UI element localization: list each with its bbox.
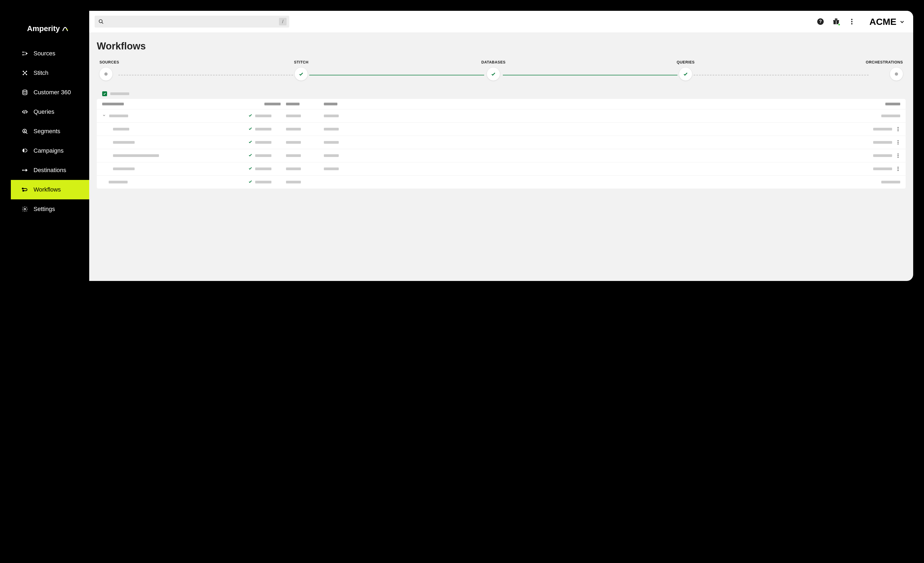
- sidebar-item-customer360[interactable]: Customer 360: [11, 83, 89, 102]
- destinations-icon: [21, 166, 28, 174]
- pipeline-connector: [694, 75, 868, 75]
- search-field[interactable]: /: [94, 16, 289, 28]
- sources-icon: [21, 50, 28, 57]
- gear-icon: [21, 205, 28, 213]
- cell-placeholder: [873, 141, 892, 144]
- svg-point-26: [897, 140, 898, 141]
- sidebar-item-workflows[interactable]: Workflows: [11, 180, 89, 199]
- cell-placeholder: [286, 128, 301, 130]
- svg-point-32: [897, 167, 898, 168]
- content-area: Workflows SOURCES STITCH DATABASES: [89, 32, 913, 197]
- table-row[interactable]: [97, 149, 906, 162]
- sidebar-item-label: Workflows: [33, 186, 61, 193]
- row-more-menu-icon[interactable]: [896, 127, 900, 131]
- pipeline-steps: SOURCES STITCH DATABASES: [99, 60, 903, 81]
- row-more-menu-icon[interactable]: [896, 167, 900, 171]
- pipeline-step-queries[interactable]: QUERIES: [675, 60, 696, 81]
- sidebar: Amperity Sources Stitch: [11, 11, 89, 281]
- header-cell-placeholder: [324, 103, 338, 105]
- chevron-down-icon[interactable]: [102, 114, 106, 118]
- sidebar-item-campaigns[interactable]: Campaigns: [11, 141, 89, 160]
- pipeline-step-stitch[interactable]: STITCH: [290, 60, 312, 81]
- svg-point-28: [897, 144, 898, 145]
- sidebar-item-segments[interactable]: Segments: [11, 121, 89, 141]
- cell-placeholder: [324, 128, 339, 130]
- sidebar-item-label: Campaigns: [33, 147, 63, 154]
- cell-placeholder: [881, 115, 900, 117]
- step-status-done-icon: [487, 67, 500, 81]
- svg-point-2: [22, 54, 24, 55]
- sidebar-item-queries[interactable]: Queries: [11, 102, 89, 121]
- sidebar-item-settings[interactable]: Settings: [11, 199, 89, 219]
- step-label: STITCH: [294, 60, 309, 64]
- svg-rect-19: [836, 20, 836, 24]
- step-label: SOURCES: [99, 60, 119, 64]
- svg-point-0: [66, 29, 68, 30]
- table-row[interactable]: [97, 162, 906, 175]
- search-icon: [98, 18, 105, 25]
- code-icon: [21, 108, 28, 115]
- step-status-idle-icon: [99, 67, 112, 81]
- check-icon: [248, 153, 252, 158]
- cell-placeholder: [881, 181, 900, 183]
- search-input[interactable]: [108, 19, 276, 25]
- sidebar-item-stitch[interactable]: Stitch: [11, 63, 89, 83]
- svg-point-20: [851, 19, 852, 20]
- table-row[interactable]: [97, 109, 906, 123]
- step-status-idle-icon: [890, 67, 903, 81]
- cell-placeholder: [286, 141, 301, 144]
- svg-point-22: [851, 23, 852, 25]
- more-menu-icon[interactable]: [848, 18, 856, 25]
- svg-point-13: [24, 208, 26, 210]
- sidebar-item-label: Destinations: [33, 167, 66, 174]
- step-status-done-icon: [295, 67, 308, 81]
- chevron-down-icon: [899, 16, 905, 27]
- topbar: / ? ACME: [89, 11, 913, 32]
- help-icon[interactable]: ?: [816, 18, 825, 25]
- cell-placeholder: [255, 141, 272, 144]
- sidebar-item-label: Customer 360: [33, 89, 71, 96]
- cell-placeholder: [286, 154, 301, 157]
- svg-point-14: [99, 20, 102, 23]
- brand-logo: Amperity: [11, 16, 89, 44]
- notification-dot-icon: [838, 23, 840, 26]
- pipeline-step-sources[interactable]: SOURCES: [99, 60, 121, 81]
- svg-point-23: [897, 127, 898, 128]
- svg-point-7: [23, 90, 27, 91]
- sidebar-item-destinations[interactable]: Destinations: [11, 160, 89, 180]
- filter-row: [97, 91, 906, 99]
- filter-checkbox[interactable]: [102, 91, 107, 96]
- brand-glyph-icon: [62, 25, 69, 32]
- cell-placeholder: [113, 128, 129, 130]
- svg-point-11: [23, 190, 24, 191]
- step-label: ORCHESTRATIONS: [866, 60, 903, 64]
- pipeline-connector: [118, 75, 293, 75]
- cell-placeholder: [255, 128, 272, 130]
- svg-point-27: [897, 142, 898, 143]
- table-row[interactable]: [97, 175, 906, 189]
- check-icon: [248, 113, 252, 118]
- pipeline-step-databases[interactable]: DATABASES: [482, 60, 506, 81]
- table-row[interactable]: [97, 136, 906, 149]
- row-more-menu-icon[interactable]: [896, 153, 900, 158]
- cell-placeholder: [109, 181, 128, 183]
- svg-point-9: [24, 130, 25, 131]
- step-label: QUERIES: [676, 60, 695, 64]
- page-title: Workflows: [97, 40, 906, 52]
- header-cell-placeholder: [102, 103, 124, 105]
- svg-point-21: [851, 21, 852, 22]
- workflows-table: [97, 99, 906, 189]
- table-row[interactable]: [97, 123, 906, 136]
- tenant-switcher[interactable]: ACME: [869, 16, 905, 27]
- sidebar-item-label: Segments: [33, 128, 60, 135]
- sidebar-item-label: Stitch: [33, 69, 48, 76]
- sidebar-nav: Sources Stitch Customer 360 Queries: [11, 44, 89, 219]
- gift-icon[interactable]: [832, 18, 840, 25]
- pipeline-step-orchestrations[interactable]: ORCHESTRATIONS: [866, 60, 903, 81]
- sidebar-item-sources[interactable]: Sources: [11, 44, 89, 63]
- stitch-icon: [21, 69, 28, 77]
- segments-icon: [21, 127, 28, 135]
- cell-placeholder: [873, 168, 892, 170]
- step-status-done-icon: [679, 67, 692, 81]
- row-more-menu-icon[interactable]: [896, 140, 900, 145]
